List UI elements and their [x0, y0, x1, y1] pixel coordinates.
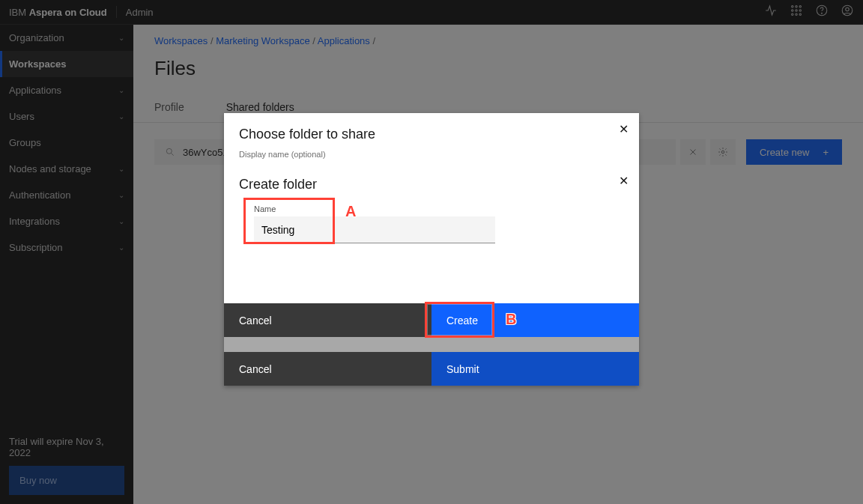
folder-name-input[interactable]: [254, 216, 495, 243]
close-icon[interactable]: ✕: [619, 174, 629, 188]
name-field-label: Name: [254, 204, 609, 213]
create-folder-title: Create folder: [224, 165, 639, 201]
outer-cancel-button[interactable]: Cancel: [224, 352, 432, 386]
choose-folder-title: Choose folder to share: [224, 113, 639, 150]
create-button[interactable]: Create: [432, 303, 639, 337]
close-icon[interactable]: ✕: [619, 122, 629, 136]
cancel-button[interactable]: Cancel: [224, 303, 432, 337]
create-folder-modal: Create folder ✕ Name Cancel Create: [224, 165, 639, 337]
modal-spacer: [224, 337, 639, 352]
choose-folder-modal: Choose folder to share ✕ Display name (o…: [224, 113, 639, 386]
modal-overlay: Choose folder to share ✕ Display name (o…: [0, 0, 863, 504]
display-name-label: Display name (optional): [224, 150, 639, 165]
submit-button[interactable]: Submit: [432, 352, 639, 386]
